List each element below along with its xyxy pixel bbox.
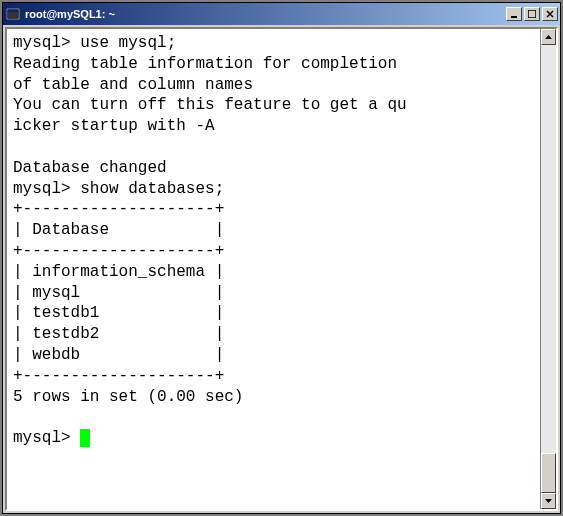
terminal-prompt: mysql> — [13, 429, 80, 447]
maximize-button[interactable] — [524, 7, 540, 21]
terminal-line: | webdb | — [13, 346, 224, 364]
terminal-line: mysql> use mysql; — [13, 34, 176, 52]
minimize-button[interactable] — [506, 7, 522, 21]
terminal-line: mysql> show databases; — [13, 180, 224, 198]
terminal-line: | information_schema | — [13, 263, 224, 281]
terminal-line: +--------------------+ — [13, 242, 224, 260]
terminal-line: 5 rows in set (0.00 sec) — [13, 388, 243, 406]
terminal-wrapper: mysql> use mysql; Reading table informat… — [5, 27, 558, 511]
terminal-line: | testdb1 | — [13, 304, 224, 322]
terminal-line: | mysql | — [13, 284, 224, 302]
scroll-up-button[interactable] — [541, 29, 556, 45]
scroll-track[interactable] — [541, 45, 556, 493]
titlebar[interactable]: root@mySQL1: ~ — [3, 3, 560, 25]
app-icon — [5, 6, 21, 22]
terminal-line: +--------------------+ — [13, 200, 224, 218]
scroll-down-button[interactable] — [541, 493, 556, 509]
terminal-line: | Database | — [13, 221, 224, 239]
terminal-line: | testdb2 | — [13, 325, 224, 343]
svg-rect-3 — [511, 16, 517, 18]
terminal-line: icker startup with -A — [13, 117, 215, 135]
cursor — [80, 429, 90, 447]
terminal-output[interactable]: mysql> use mysql; Reading table informat… — [7, 29, 540, 509]
terminal-line: You can turn off this feature to get a q… — [13, 96, 407, 114]
svg-rect-4 — [528, 10, 536, 18]
svg-rect-1 — [8, 10, 18, 12]
window-controls — [506, 7, 558, 21]
terminal-line: of table and column names — [13, 76, 253, 94]
close-button[interactable] — [542, 7, 558, 21]
window-title: root@mySQL1: ~ — [25, 8, 506, 20]
svg-rect-2 — [8, 12, 18, 18]
terminal-line: +--------------------+ — [13, 367, 224, 385]
vertical-scrollbar[interactable] — [540, 29, 556, 509]
terminal-line: Reading table information for completion — [13, 55, 397, 73]
terminal-line: Database changed — [13, 159, 167, 177]
scroll-thumb[interactable] — [541, 453, 556, 493]
terminal-window: root@mySQL1: ~ mysql> use mysql; Reading… — [2, 2, 561, 514]
